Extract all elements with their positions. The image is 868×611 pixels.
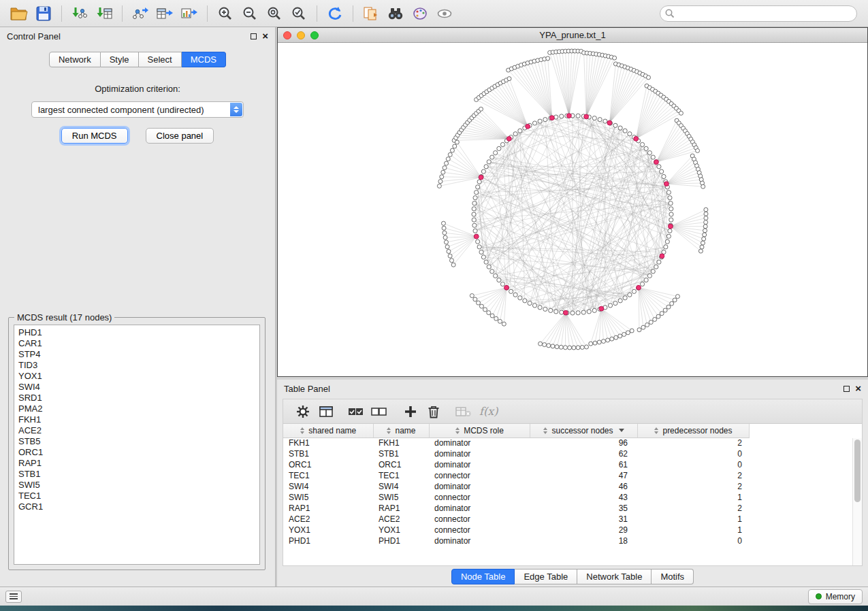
network-node[interactable] xyxy=(490,314,494,318)
close-panel-button[interactable]: Close panel xyxy=(146,128,214,144)
network-node[interactable] xyxy=(477,180,481,184)
network-node[interactable] xyxy=(606,338,610,342)
network-node[interactable] xyxy=(479,107,483,111)
refresh-layout-button[interactable] xyxy=(323,3,347,24)
network-node[interactable] xyxy=(618,334,622,338)
network-window-titlebar[interactable]: YPA_prune.txt_1 xyxy=(278,28,867,43)
network-node[interactable] xyxy=(570,311,575,315)
function-builder-button[interactable]: f(x) xyxy=(477,402,500,421)
network-node[interactable] xyxy=(444,240,448,244)
window-maximize-button[interactable] xyxy=(310,31,319,39)
network-node[interactable] xyxy=(601,340,605,344)
dominator-node[interactable] xyxy=(507,137,511,142)
status-list-button[interactable] xyxy=(5,591,22,603)
dominator-node[interactable] xyxy=(526,124,530,129)
clear-selection-button[interactable] xyxy=(369,402,389,421)
network-node[interactable] xyxy=(560,114,564,118)
network-node[interactable] xyxy=(608,303,612,308)
network-node[interactable] xyxy=(539,342,543,346)
network-node[interactable] xyxy=(441,221,445,225)
network-node[interactable] xyxy=(484,165,488,169)
network-node[interactable] xyxy=(509,289,513,293)
network-node[interactable] xyxy=(589,342,593,346)
network-node[interactable] xyxy=(538,306,542,310)
add-column-button[interactable] xyxy=(400,402,421,421)
network-node[interactable] xyxy=(618,299,622,303)
network-node[interactable] xyxy=(473,196,477,200)
network-node[interactable] xyxy=(518,296,522,300)
network-node[interactable] xyxy=(555,345,559,349)
network-node[interactable] xyxy=(549,308,553,312)
tab-select[interactable]: Select xyxy=(139,52,182,67)
table-row[interactable]: PHD1PHD1dominator180 xyxy=(283,535,749,546)
network-node[interactable] xyxy=(663,308,667,312)
dominator-node[interactable] xyxy=(664,182,669,186)
network-node[interactable] xyxy=(453,144,457,148)
network-node[interactable] xyxy=(448,152,452,156)
network-node[interactable] xyxy=(597,340,601,344)
network-node[interactable] xyxy=(494,274,498,278)
open-session-button[interactable] xyxy=(7,3,31,24)
network-node[interactable] xyxy=(559,345,563,349)
network-node[interactable] xyxy=(666,305,671,309)
network-node[interactable] xyxy=(475,191,479,195)
network-node[interactable] xyxy=(666,234,671,238)
network-node[interactable] xyxy=(473,297,477,301)
network-graph[interactable] xyxy=(278,43,866,375)
network-node[interactable] xyxy=(532,121,536,125)
dominator-node[interactable] xyxy=(479,175,483,180)
tab-mcds[interactable]: MCDS xyxy=(182,52,226,67)
network-node[interactable] xyxy=(448,254,452,258)
run-mcds-button[interactable]: Run MCDS xyxy=(61,128,128,144)
network-node[interactable] xyxy=(543,307,547,311)
network-node[interactable] xyxy=(610,337,614,341)
network-node[interactable] xyxy=(470,294,474,298)
export-image-button[interactable] xyxy=(177,3,202,24)
network-node[interactable] xyxy=(669,207,673,211)
first-neighbors-button[interactable] xyxy=(383,3,408,24)
network-node[interactable] xyxy=(630,329,634,333)
network-node[interactable] xyxy=(487,265,491,269)
table-row[interactable]: SWI4SWI4dominator462 xyxy=(283,481,749,492)
network-node[interactable] xyxy=(538,119,542,123)
export-table-button[interactable] xyxy=(152,3,177,24)
float-panel-icon[interactable] xyxy=(843,386,850,392)
result-list-item[interactable]: ORC1 xyxy=(18,447,259,458)
network-node[interactable] xyxy=(614,335,618,340)
window-close-button[interactable] xyxy=(283,31,291,39)
criterion-dropdown[interactable]: largest connected component (undirected) xyxy=(31,101,244,118)
network-node[interactable] xyxy=(673,298,677,302)
network-node[interactable] xyxy=(628,293,632,297)
table-row[interactable]: TEC1TEC1connector472 xyxy=(283,470,749,481)
network-node[interactable] xyxy=(704,212,708,216)
table-row[interactable]: FKH1FKH1dominator962 xyxy=(283,437,749,448)
network-node[interactable] xyxy=(502,322,506,326)
network-node[interactable] xyxy=(584,345,588,349)
network-node[interactable] xyxy=(704,220,708,225)
save-session-button[interactable] xyxy=(31,3,56,24)
table-scrollbar[interactable] xyxy=(852,438,862,565)
mcds-result-list[interactable]: PHD1CAR1STP4TID3YOX1SWI4SRD1PMA2FKH1ACE2… xyxy=(14,325,260,565)
column-header-shared-name[interactable]: shared name xyxy=(283,424,373,437)
network-node[interactable] xyxy=(546,56,550,61)
network-node[interactable] xyxy=(660,312,664,316)
network-node[interactable] xyxy=(640,142,644,146)
network-node[interactable] xyxy=(581,310,585,314)
network-node[interactable] xyxy=(507,77,511,81)
scrollbar-thumb[interactable] xyxy=(854,440,861,502)
network-node[interactable] xyxy=(498,319,502,323)
close-panel-icon[interactable]: × xyxy=(855,385,861,392)
result-list-item[interactable]: TID3 xyxy=(18,360,259,371)
network-node[interactable] xyxy=(441,170,445,174)
network-node[interactable] xyxy=(679,111,683,115)
show-hide-graphics-button[interactable] xyxy=(432,3,457,24)
tab-network-table[interactable]: Network Table xyxy=(577,569,652,584)
search-box[interactable] xyxy=(660,5,857,22)
network-node[interactable] xyxy=(654,265,658,269)
result-list-item[interactable]: PHD1 xyxy=(18,327,259,338)
network-node[interactable] xyxy=(656,314,660,318)
dominator-node[interactable] xyxy=(474,234,479,239)
network-node[interactable] xyxy=(670,301,674,306)
network-node[interactable] xyxy=(576,346,580,350)
network-node[interactable] xyxy=(665,240,669,244)
